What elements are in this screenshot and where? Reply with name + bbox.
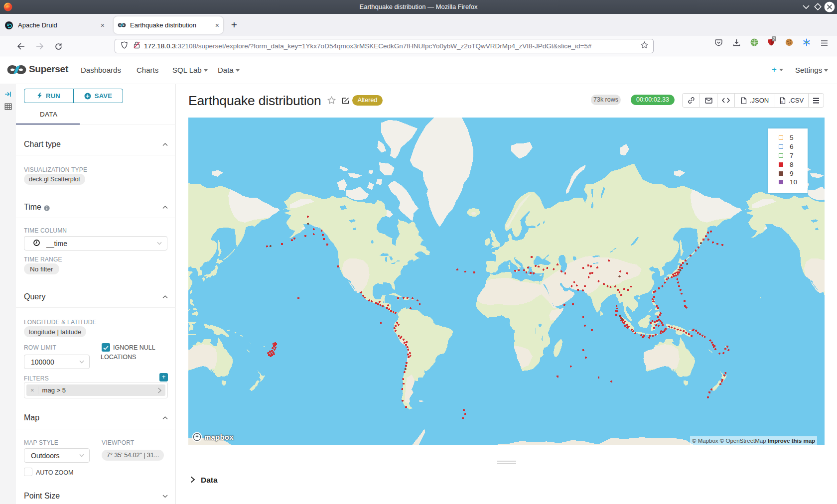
svg-text:x: x	[781, 100, 783, 103]
